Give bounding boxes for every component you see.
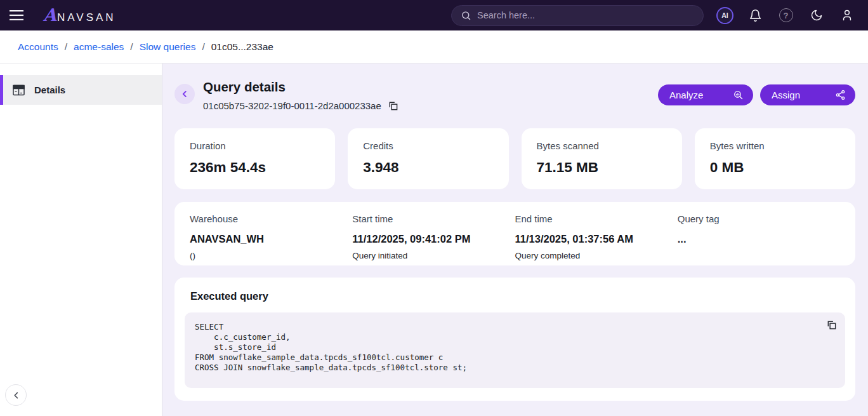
info-label: Query tag [678, 213, 840, 224]
app-window: ANAVSAN AI ? [0, 0, 868, 416]
breadcrumb-current-query: 01c05...233ae [211, 41, 273, 53]
breadcrumb-separator: / [65, 41, 67, 53]
stat-label: Bytes written [710, 140, 840, 151]
info-sub: Query initiated [352, 251, 515, 260]
breadcrumb-link-accounts[interactable]: Accounts [18, 41, 58, 53]
stat-card-duration: Duration 236m 54.4s [174, 128, 335, 189]
stat-value: 3.948 [363, 159, 493, 176]
share-icon [835, 90, 846, 100]
info-col-query-tag: Query tag ... [678, 213, 840, 260]
assign-button-label: Assign [772, 90, 800, 100]
stat-label: Duration [190, 140, 320, 151]
sidebar-collapse-button[interactable] [5, 384, 27, 406]
assign-button[interactable]: Assign [760, 84, 855, 105]
left-sidebar: Details [0, 64, 162, 416]
user-profile-icon[interactable] [836, 4, 858, 27]
details-table-icon [13, 84, 25, 96]
sql-code-block: SELECT c.c_customer_id, st.s_store_id FR… [185, 312, 845, 388]
ai-badge: AI [716, 7, 733, 24]
analyze-magnifier-icon [733, 90, 744, 100]
executed-query-title: Executed query [190, 290, 845, 302]
help-question-glyph: ? [779, 8, 793, 22]
top-navigation-bar: ANAVSAN AI ? [0, 0, 868, 30]
breadcrumb-link-account[interactable]: acme-sales [74, 41, 124, 53]
info-value: ANAVSAN_WH [190, 233, 352, 245]
query-info-card: Warehouse ANAVSAN_WH () Start time 11/12… [174, 202, 855, 265]
stat-card-bytes-scanned: Bytes scanned 71.15 MB [522, 128, 682, 189]
logo-text: NAVSAN [57, 11, 116, 24]
info-label: Warehouse [190, 213, 352, 224]
stat-value: 236m 54.4s [190, 159, 320, 176]
query-id: 01c05b75-3202-19f0-0011-2d2a000233ae [203, 100, 381, 111]
notifications-bell-icon[interactable] [744, 4, 766, 27]
info-col-end-time: End time 11/13/2025, 01:37:56 AM Query c… [515, 213, 678, 260]
info-value: ... [678, 233, 840, 245]
info-col-warehouse: Warehouse ANAVSAN_WH () [190, 213, 352, 260]
back-button[interactable] [174, 84, 195, 104]
analyze-button-label: Analyze [669, 90, 703, 100]
info-value: 11/12/2025, 09:41:02 PM [352, 233, 515, 245]
copy-sql-button[interactable] [826, 319, 837, 330]
help-icon[interactable]: ? [775, 4, 797, 27]
ai-assistant-button[interactable]: AI [714, 4, 736, 27]
sidebar-item-label: Details [34, 84, 65, 95]
info-value: 11/13/2025, 01:37:56 AM [515, 233, 678, 245]
breadcrumb-link-slow-queries[interactable]: Slow queries [140, 41, 196, 53]
sql-text: SELECT c.c_customer_id, st.s_store_id FR… [195, 322, 835, 373]
analyze-button[interactable]: Analyze [658, 84, 753, 105]
page-title: Query details [203, 79, 398, 95]
info-sub: Query completed [515, 251, 678, 260]
sidebar-item-details[interactable]: Details [0, 75, 162, 105]
search-icon [461, 10, 471, 21]
logo-letter-a: A [43, 6, 56, 23]
stat-card-bytes-written: Bytes written 0 MB [695, 128, 855, 189]
info-sub: () [190, 251, 352, 260]
global-search[interactable] [451, 5, 704, 26]
info-label: Start time [352, 213, 515, 224]
stat-cards-row: Duration 236m 54.4s Credits 3.948 Bytes … [174, 128, 855, 189]
dark-mode-moon-icon[interactable] [805, 4, 827, 27]
info-col-start-time: Start time 11/12/2025, 09:41:02 PM Query… [352, 213, 515, 260]
stat-value: 0 MB [710, 159, 840, 176]
stat-value: 71.15 MB [537, 159, 667, 176]
topbar-icon-group: AI ? [714, 4, 858, 27]
stat-card-credits: Credits 3.948 [348, 128, 508, 189]
hamburger-menu-icon[interactable] [9, 8, 24, 23]
anavsan-logo[interactable]: ANAVSAN [43, 6, 116, 24]
search-input[interactable] [477, 10, 694, 20]
main-content: Query details 01c05b75-3202-19f0-0011-2d… [162, 64, 868, 416]
info-label: End time [515, 213, 678, 224]
stat-label: Credits [363, 140, 493, 151]
executed-query-card: Executed query SELECT c.c_customer_id, s… [174, 278, 855, 401]
breadcrumb: Accounts / acme-sales / Slow queries / 0… [0, 30, 868, 64]
breadcrumb-separator: / [202, 41, 204, 53]
copy-query-id-button[interactable] [388, 100, 398, 111]
stat-label: Bytes scanned [537, 140, 667, 151]
breadcrumb-separator: / [130, 41, 133, 53]
